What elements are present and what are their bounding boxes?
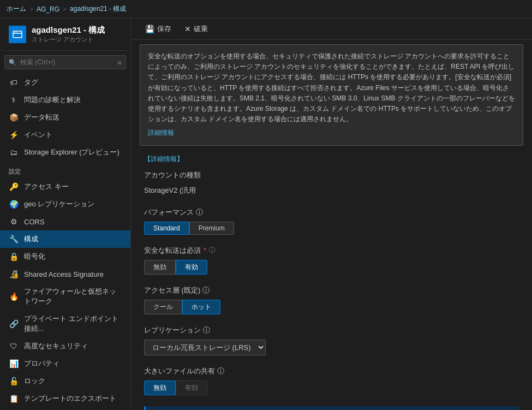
sidebar-item-label: 問題の診断と解決 <box>24 95 81 105</box>
svg-point-1 <box>14 32 15 33</box>
replication-select[interactable]: ローカル冗長ストレージ (LRS) <box>144 340 266 355</box>
breadcrumb-ag-rg[interactable]: AG_RG <box>37 5 59 13</box>
form-content: 【詳細情報】 アカウントの種類 StorageV2 (汎用 パフォーマンス ⓘ … <box>131 150 532 411</box>
account-type-section: アカウントの種類 StorageV2 (汎用 <box>144 170 519 197</box>
performance-premium-button[interactable]: Premium <box>189 222 234 235</box>
advanced-security-icon: 🛡 <box>9 341 19 351</box>
tooltip-detail-link[interactable]: 詳細情報 <box>148 128 515 138</box>
diagnose-icon: ⚕ <box>9 95 19 105</box>
sidebar-item-export-template[interactable]: 📋 テンプレートのエクスポート <box>0 390 130 407</box>
sidebar-item-data-transfer[interactable]: 📦 データ転送 <box>0 109 130 126</box>
sidebar-item-cors[interactable]: ⚙ CORS <box>0 213 130 230</box>
sidebar-title: agadlsgen21 - 構成 <box>32 25 105 35</box>
private-endpoint-icon: 🔗 <box>9 319 19 329</box>
settings-section-label: 設定 <box>0 161 130 178</box>
sidebar-header: agadlsgen21 - 構成 ストレージ アカウント <box>0 19 130 51</box>
sidebar-item-label: プライベート エンドポイント接続... <box>24 314 122 334</box>
sidebar-item-storage-explorer[interactable]: 🗂 Storage Explorer (プレビュー) <box>0 144 130 161</box>
account-type-value: StorageV2 (汎用 <box>144 185 519 197</box>
service-icon <box>9 26 26 43</box>
secure-transfer-enable-button[interactable]: 有効 <box>176 260 207 275</box>
sidebar-item-firewall[interactable]: 🔥 ファイアウォールと仮想ネットワーク <box>0 283 130 310</box>
large-file-share-label: 大きいファイルの共有 ⓘ <box>144 366 519 376</box>
content-area: 💾 保存 ✕ 破棄 安全な転送のオプションを使用する場合、セキュリティで保護され… <box>131 19 532 410</box>
sidebar-item-label: データ転送 <box>24 112 59 122</box>
secure-transfer-label: 安全な転送は必須 * ⓘ <box>144 246 519 255</box>
breadcrumb-sep-2: > <box>63 5 67 13</box>
search-container: 🔍 « <box>4 55 126 69</box>
large-file-share-group: 無効 有効 <box>144 381 519 395</box>
svg-point-2 <box>16 32 17 33</box>
detail-info-link[interactable]: 【詳細情報】 <box>144 155 183 164</box>
performance-section: パフォーマンス ⓘ Standard Premium <box>144 207 519 235</box>
discard-button[interactable]: ✕ 破棄 <box>179 22 213 36</box>
secure-transfer-disable-button[interactable]: 無効 <box>144 260 176 275</box>
discard-label: 破棄 <box>194 24 208 34</box>
large-file-share-enable-button[interactable]: 有効 <box>176 381 207 395</box>
sidebar-item-label: 暗号化 <box>24 252 45 262</box>
sidebar-item-private-endpoint[interactable]: 🔗 プライベート エンドポイント接続... <box>0 310 130 337</box>
sidebar-item-label: イベント <box>24 130 52 140</box>
sidebar-item-locks[interactable]: 🔓 ロック <box>0 372 130 390</box>
access-tier-label: アクセス層 (既定) ⓘ <box>144 286 519 295</box>
sidebar-item-label: Storage Explorer (プレビュー) <box>24 147 119 157</box>
collapse-icon[interactable]: « <box>117 58 122 67</box>
discard-icon: ✕ <box>184 25 191 33</box>
sidebar-item-shared-access-signature[interactable]: 🔏 Shared Access Signature <box>0 265 130 283</box>
replication-section: レプリケーション ⓘ ローカル冗長ストレージ (LRS) <box>144 325 519 355</box>
sidebar-item-label: geo レプリケーション <box>24 199 94 209</box>
sidebar-item-label: ファイアウォールと仮想ネットワーク <box>24 287 122 306</box>
sidebar-item-geo-replication[interactable]: 🌍 geo レプリケーション <box>0 195 130 213</box>
sidebar-item-events[interactable]: ⚡ イベント <box>0 126 130 144</box>
search-input[interactable] <box>4 55 126 69</box>
sidebar-subtitle: ストレージ アカウント <box>32 35 105 44</box>
data-lake-section-label: Data Lake Storage <box>0 407 130 410</box>
events-icon: ⚡ <box>9 130 19 140</box>
sidebar-item-encryption[interactable]: 🔒 暗号化 <box>0 248 130 265</box>
performance-standard-button[interactable]: Standard <box>144 222 189 235</box>
sidebar-item-label: 高度なセキュリティ <box>24 341 88 351</box>
sidebar-item-label: CORS <box>24 218 45 226</box>
account-type-label: アカウントの種類 <box>144 170 519 180</box>
save-icon: 💾 <box>145 25 154 33</box>
cors-icon: ⚙ <box>9 217 19 227</box>
encryption-icon: 🔒 <box>9 252 19 262</box>
sidebar-item-label: アクセス キー <box>24 182 69 192</box>
access-tier-group: クール ホット <box>144 300 519 314</box>
large-file-share-disable-button[interactable]: 無効 <box>144 381 176 395</box>
secure-transfer-info-icon[interactable]: ⓘ <box>209 246 216 255</box>
sidebar: agadlsgen21 - 構成 ストレージ アカウント 🔍 « 🏷 タグ ⚕ … <box>0 19 131 410</box>
secure-transfer-group: 無効 有効 <box>144 260 519 275</box>
access-tier-section: アクセス層 (既定) ⓘ クール ホット <box>144 286 519 314</box>
sidebar-item-label: プロパティ <box>24 359 59 369</box>
sidebar-item-label: タグ <box>24 78 38 87</box>
sidebar-item-tags[interactable]: 🏷 タグ <box>0 74 130 91</box>
sidebar-item-properties[interactable]: 📊 プロパティ <box>0 355 130 372</box>
sidebar-item-advanced-security[interactable]: 🛡 高度なセキュリティ <box>0 337 130 355</box>
sidebar-item-label: Shared Access Signature <box>24 270 104 278</box>
access-tier-hot-button[interactable]: ホット <box>182 300 220 314</box>
sidebar-item-configuration[interactable]: 🔧 構成 <box>0 230 130 248</box>
access-tier-cool-button[interactable]: クール <box>144 300 182 314</box>
save-button[interactable]: 💾 保存 <box>140 22 177 36</box>
save-label: 保存 <box>157 24 171 34</box>
breadcrumb-current: agadlsgen21 - 構成 <box>70 4 126 14</box>
locks-icon: 🔓 <box>9 376 19 386</box>
export-template-icon: 📋 <box>9 394 19 403</box>
performance-label: パフォーマンス ⓘ <box>144 207 519 217</box>
replication-label: レプリケーション ⓘ <box>144 325 519 335</box>
tooltip-text: 安全な転送のオプションを使用する場合、セキュリティで保護された接続でストレージ … <box>148 52 515 123</box>
info-banner: ⓘ ストレージ アカウントの種類、パフォーマンス、レプリケーション、場所の現在の… <box>144 406 519 411</box>
performance-group: Standard Premium <box>144 222 519 235</box>
breadcrumb: ホーム > AG_RG > agadlsgen21 - 構成 <box>0 0 532 19</box>
search-icon: 🔍 <box>9 59 16 66</box>
sas-icon: 🔏 <box>9 269 19 279</box>
properties-icon: 📊 <box>9 359 19 369</box>
tags-icon: 🏷 <box>9 78 19 87</box>
sidebar-item-diagnose[interactable]: ⚕ 問題の診断と解決 <box>0 91 130 109</box>
breadcrumb-home[interactable]: ホーム <box>7 4 26 14</box>
large-file-share-section: 大きいファイルの共有 ⓘ 無効 有効 <box>144 366 519 395</box>
sidebar-item-access-keys[interactable]: 🔑 アクセス キー <box>0 178 130 195</box>
toolbar: 💾 保存 ✕ 破棄 <box>131 19 532 40</box>
secure-transfer-section: 安全な転送は必須 * ⓘ 無効 有効 <box>144 246 519 275</box>
